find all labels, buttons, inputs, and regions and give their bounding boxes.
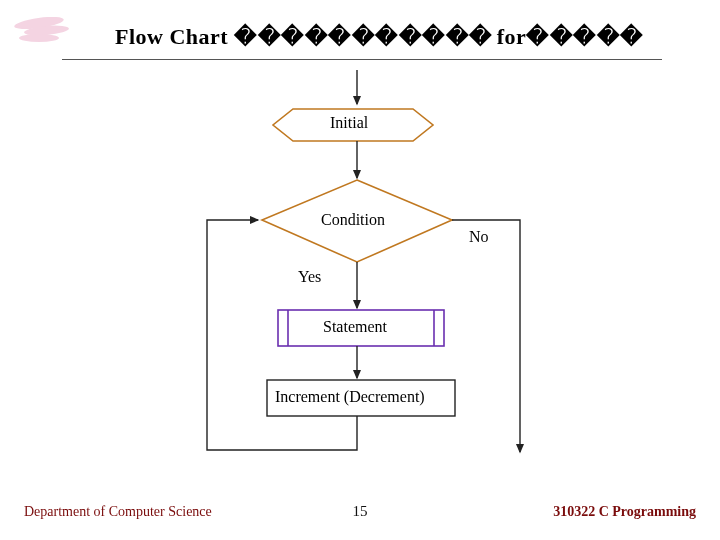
title-underline — [62, 59, 662, 60]
slide-corner-decoration — [14, 18, 74, 50]
title-glyphs: ����������� — [234, 24, 493, 49]
footer-right: 310322 C Programming — [553, 504, 696, 520]
label-initial: Initial — [330, 114, 368, 132]
title-glyphs-tail: ����� — [526, 24, 644, 49]
label-no: No — [469, 228, 489, 246]
title-prefix: Flow Chart — [115, 24, 228, 49]
slide-title: Flow Chart �����������for����� — [115, 24, 644, 50]
label-increment: Increment (Decrement) — [275, 388, 425, 406]
flowchart: Initial Condition No Yes Statement Incre… — [0, 62, 720, 492]
title-keyword: for — [497, 24, 527, 49]
label-condition: Condition — [321, 211, 385, 229]
label-statement: Statement — [323, 318, 387, 336]
label-yes: Yes — [298, 268, 321, 286]
